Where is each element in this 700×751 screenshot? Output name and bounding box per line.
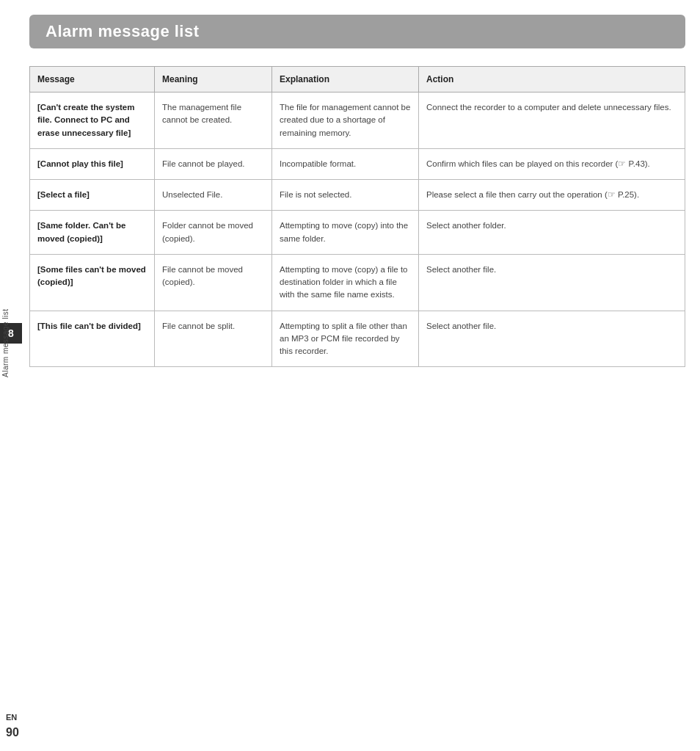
table-row: [This file can't be divided]File cannot … — [30, 311, 685, 367]
table-row: [Select a file]Unselected File.File is n… — [30, 180, 685, 211]
cell-explanation: Attempting to move (copy) into the same … — [272, 211, 419, 255]
cell-meaning: File cannot be moved (copied). — [155, 254, 272, 311]
page-title: Alarm message list — [45, 22, 200, 40]
cell-explanation: File is not selected. — [272, 180, 419, 211]
sidebar-chapter-label: Alarm message list — [1, 360, 10, 377]
col-header-message: Message — [30, 67, 155, 92]
language-label: EN — [6, 713, 17, 722]
main-content: Alarm message list Message Meaning Expla… — [29, 15, 685, 736]
alarm-table: Message Meaning Explanation Action [Can'… — [29, 66, 685, 367]
col-header-meaning: Meaning — [155, 67, 272, 92]
cell-explanation: Attempting to split a file other than an… — [272, 311, 419, 367]
cell-message: [This file can't be divided] — [30, 311, 155, 367]
table-row: [Can't create the system file. Connect t… — [30, 92, 685, 149]
cell-action: Connect the recorder to a computer and d… — [419, 92, 685, 149]
cell-explanation: The file for management cannot be create… — [272, 92, 419, 149]
cell-explanation: Incompatible format. — [272, 148, 419, 179]
col-header-action: Action — [419, 67, 685, 92]
sidebar: 8 Alarm message list EN 90 — [0, 0, 23, 751]
cell-meaning: The management file cannot be created. — [155, 92, 272, 149]
cell-meaning: Unselected File. — [155, 180, 272, 211]
table-row: [Cannot play this file]File cannot be pl… — [30, 148, 685, 179]
cell-message: [Cannot play this file] — [30, 148, 155, 179]
cell-action: Please select a file then carry out the … — [419, 180, 685, 211]
cell-meaning: File cannot be split. — [155, 311, 272, 367]
cell-meaning: Folder cannot be moved (copied). — [155, 211, 272, 255]
table-header-row: Message Meaning Explanation Action — [30, 67, 685, 92]
title-bar: Alarm message list — [29, 15, 685, 48]
cell-action: Select another file. — [419, 254, 685, 311]
page-number: 90 — [6, 726, 19, 739]
cell-message: [Select a file] — [30, 180, 155, 211]
col-header-explanation: Explanation — [272, 67, 419, 92]
table-row: [Some files can't be moved (copied)]File… — [30, 254, 685, 311]
cell-message: [Can't create the system file. Connect t… — [30, 92, 155, 149]
table-row: [Same folder. Can't be moved (copied)]Fo… — [30, 211, 685, 255]
cell-meaning: File cannot be played. — [155, 148, 272, 179]
cell-message: [Some files can't be moved (copied)] — [30, 254, 155, 311]
cell-message: [Same folder. Can't be moved (copied)] — [30, 211, 155, 255]
cell-action: Confirm which files can be played on thi… — [419, 148, 685, 179]
page-container: 8 Alarm message list EN 90 Alarm message… — [0, 0, 700, 751]
cell-action: Select another file. — [419, 311, 685, 367]
cell-action: Select another folder. — [419, 211, 685, 255]
cell-explanation: Attempting to move (copy) a file to dest… — [272, 254, 419, 311]
